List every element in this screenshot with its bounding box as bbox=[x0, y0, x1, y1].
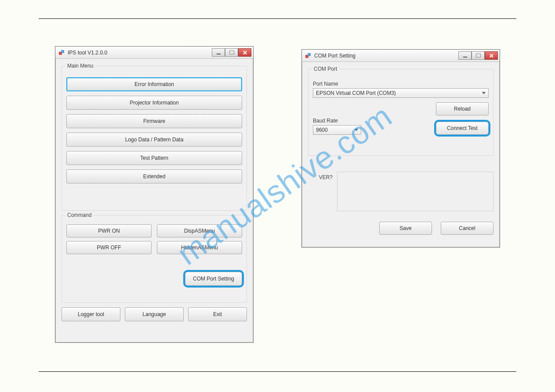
test-pattern-button[interactable]: Test Pattern bbox=[66, 151, 242, 165]
maximize-button[interactable] bbox=[472, 51, 485, 60]
baud-rate-select[interactable]: 9600 bbox=[313, 125, 361, 135]
port-name-select[interactable]: EPSON Virtual COM Port (COM3) bbox=[313, 88, 489, 98]
com-port-legend: COM Port bbox=[312, 66, 339, 72]
connect-test-button[interactable]: Connect Test bbox=[436, 122, 489, 135]
pwr-off-button[interactable]: PWR OFF bbox=[66, 241, 152, 254]
port-name-label: Port Name bbox=[313, 81, 489, 87]
baud-rate-label: Baud Rate bbox=[313, 118, 361, 124]
save-button[interactable]: Save bbox=[379, 222, 432, 235]
port-name-value: EPSON Virtual COM Port (COM3) bbox=[316, 90, 396, 96]
extended-button[interactable]: Extended bbox=[66, 169, 242, 183]
firmware-button[interactable]: Firmware bbox=[66, 114, 242, 128]
error-information-button[interactable]: Error Information bbox=[66, 77, 242, 91]
hidden-as-menu-button[interactable]: HiddenASMenu bbox=[157, 241, 242, 254]
ver-label: VER? bbox=[308, 172, 333, 211]
page-rule-bottom bbox=[39, 371, 516, 372]
pwr-on-button[interactable]: PWR ON bbox=[66, 224, 152, 237]
window-title: COM Port Setting bbox=[314, 53, 355, 59]
maximize-button[interactable] bbox=[225, 48, 238, 57]
cancel-button[interactable]: Cancel bbox=[441, 222, 493, 235]
app-icon bbox=[58, 49, 65, 56]
ver-output-box bbox=[337, 172, 493, 211]
logger-tool-button[interactable]: Logger tool bbox=[62, 307, 120, 321]
chevron-down-icon bbox=[482, 92, 486, 94]
com-port-setting-window: COM Port Setting COM Port Port Name EPSO… bbox=[301, 49, 500, 248]
command-legend: Command bbox=[65, 212, 93, 218]
main-menu-legend: Main Menu bbox=[65, 63, 95, 69]
com-port-setting-button[interactable]: COM Port Setting bbox=[185, 272, 242, 286]
ips-tool-window: IPS tool V1.2.0.0 Main Menu Error Inform… bbox=[55, 46, 254, 343]
minimize-button[interactable] bbox=[458, 51, 472, 60]
titlebar-main[interactable]: IPS tool V1.2.0.0 bbox=[55, 47, 253, 59]
window-title: IPS tool V1.2.0.0 bbox=[68, 50, 107, 56]
close-button[interactable] bbox=[238, 48, 251, 57]
main-menu-group: Main Menu Error Information Projector In… bbox=[62, 66, 247, 211]
exit-button[interactable]: Exit bbox=[188, 307, 247, 321]
chevron-down-icon bbox=[355, 129, 358, 131]
language-button[interactable]: Language bbox=[125, 307, 184, 321]
reload-button[interactable]: Reload bbox=[436, 102, 489, 115]
command-group: Command PWR ON DispASMenu PWR OFF Hidden… bbox=[62, 215, 247, 303]
logo-pattern-data-button[interactable]: Logo Data / Pattern Data bbox=[66, 133, 242, 147]
titlebar-com[interactable]: COM Port Setting bbox=[302, 50, 500, 62]
page-rule-top bbox=[39, 18, 516, 19]
close-button[interactable] bbox=[485, 51, 498, 60]
com-port-group: COM Port Port Name EPSON Virtual COM Por… bbox=[308, 69, 493, 156]
projector-information-button[interactable]: Projector Information bbox=[66, 96, 242, 110]
disp-as-menu-button[interactable]: DispASMenu bbox=[157, 224, 242, 237]
app-icon bbox=[305, 52, 312, 59]
baud-rate-value: 9600 bbox=[316, 127, 328, 133]
minimize-button[interactable] bbox=[212, 48, 225, 57]
